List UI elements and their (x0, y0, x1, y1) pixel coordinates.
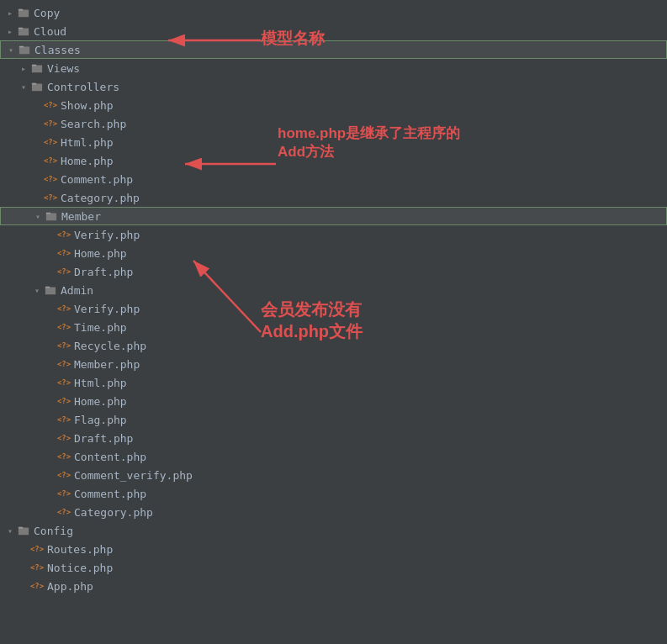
svg-rect-5 (19, 46, 24, 48)
tree-item-config[interactable]: Config (0, 521, 667, 540)
file-tree: Copy Cloud Classes Views Controllers<?>S… (0, 0, 667, 599)
php-file-icon: <?> (57, 505, 71, 519)
item-label: Home.php (74, 395, 127, 408)
tree-item-recycle.php[interactable]: <?>Recycle.php (0, 336, 667, 355)
svg-rect-9 (32, 83, 36, 85)
php-file-icon: <?> (57, 265, 71, 278)
tree-item-show.php[interactable]: <?>Show.php (0, 96, 667, 114)
svg-rect-1 (19, 9, 23, 11)
item-label: Verify.php (74, 229, 140, 241)
tree-item-admin_verify.php[interactable]: <?>Verify.php (0, 299, 667, 318)
tree-item-comment_verify.php[interactable]: <?>Comment_verify.php (0, 466, 667, 484)
tree-item-app.php[interactable]: <?>App.php (0, 577, 667, 595)
expand-arrow[interactable] (3, 6, 17, 19)
expand-arrow[interactable] (4, 43, 18, 56)
php-file-icon: <?> (57, 431, 71, 445)
tree-item-views[interactable]: Views (0, 59, 667, 77)
item-label: Comment_verify.php (74, 469, 193, 482)
item-label: Search.php (61, 118, 126, 130)
php-file-icon: <?> (44, 154, 57, 167)
item-label: Home.php (74, 247, 127, 260)
expand-arrow[interactable] (31, 209, 45, 223)
tree-item-verify.php[interactable]: <?>Verify.php (0, 225, 667, 244)
expand-arrow[interactable] (3, 524, 17, 537)
tree-item-controllers[interactable]: Controllers (0, 77, 667, 96)
php-file-icon: <?> (57, 246, 71, 260)
tree-item-member_admin.php[interactable]: <?>Member.php (0, 355, 667, 373)
tree-item-draft_admin.php[interactable]: <?>Draft.php (0, 429, 667, 447)
php-file-icon: <?> (30, 542, 44, 556)
tree-item-content.php[interactable]: <?>Content.php (0, 447, 667, 466)
tree-item-draft.php[interactable]: <?>Draft.php (0, 262, 667, 281)
svg-rect-15 (19, 527, 23, 529)
php-file-icon: <?> (30, 561, 44, 574)
item-label: Routes.php (47, 543, 113, 556)
expand-arrow[interactable] (3, 24, 17, 38)
tree-item-member[interactable]: Member (0, 207, 667, 225)
item-label: Member.php (74, 358, 140, 371)
item-label: Draft.php (74, 266, 133, 278)
expand-arrow[interactable] (30, 283, 44, 297)
expand-arrow[interactable] (17, 80, 30, 93)
item-label: Html.php (74, 377, 127, 389)
tree-item-notice.php[interactable]: <?>Notice.php (0, 558, 667, 577)
folder-icon (17, 524, 30, 537)
php-file-icon: <?> (44, 117, 57, 130)
item-label: Views (47, 62, 80, 75)
item-label: Classes (34, 44, 81, 56)
tree-item-comment.php[interactable]: <?>Comment.php (0, 170, 667, 188)
tree-item-copy[interactable]: Copy (0, 3, 667, 22)
svg-rect-13 (45, 287, 50, 288)
item-label: Category.php (61, 192, 140, 204)
php-file-icon: <?> (57, 302, 71, 315)
svg-rect-8 (32, 84, 42, 92)
php-file-icon: <?> (44, 135, 57, 149)
tree-item-home.php[interactable]: <?>Home.php (0, 151, 667, 170)
tree-item-flag.php[interactable]: <?>Flag.php (0, 410, 667, 429)
tree-item-time.php[interactable]: <?>Time.php (0, 318, 667, 336)
svg-rect-12 (45, 288, 56, 295)
php-file-icon: <?> (57, 339, 71, 352)
item-label: Home.php (61, 155, 114, 167)
php-file-icon: <?> (44, 191, 57, 204)
php-file-icon: <?> (57, 468, 71, 482)
php-file-icon: <?> (57, 450, 71, 463)
php-file-icon: <?> (44, 172, 57, 186)
php-file-icon: <?> (57, 228, 71, 241)
tree-item-cloud[interactable]: Cloud (0, 22, 667, 40)
php-file-icon: <?> (57, 376, 71, 389)
php-file-icon: <?> (57, 413, 71, 426)
svg-rect-7 (32, 65, 36, 66)
tree-item-home_admin.php[interactable]: <?>Home.php (0, 392, 667, 410)
php-file-icon: <?> (57, 320, 71, 334)
item-label: App.php (47, 580, 93, 593)
folder-icon (30, 80, 44, 93)
item-label: Cloud (34, 25, 66, 38)
tree-item-comment_admin.php[interactable]: <?>Comment.php (0, 484, 667, 503)
svg-rect-0 (19, 10, 29, 18)
tree-item-admin[interactable]: Admin (0, 281, 667, 299)
svg-rect-14 (19, 528, 29, 536)
tree-item-classes[interactable]: Classes (0, 40, 667, 59)
svg-rect-4 (19, 47, 29, 55)
item-label: Member (61, 210, 101, 223)
php-file-icon: <?> (57, 357, 71, 371)
expand-arrow[interactable] (17, 61, 30, 75)
tree-item-member_home.php[interactable]: <?>Home.php (0, 244, 667, 262)
item-label: Comment.php (61, 173, 133, 186)
item-label: Controllers (47, 81, 119, 93)
tree-item-category.php[interactable]: <?>Category.php (0, 188, 667, 207)
tree-item-html.php[interactable]: <?>Html.php (0, 133, 667, 151)
svg-rect-10 (46, 214, 56, 221)
php-file-icon: <?> (57, 394, 71, 408)
tree-item-html_admin.php[interactable]: <?>Html.php (0, 373, 667, 392)
item-label: Flag.php (74, 414, 127, 426)
tree-item-category_admin.php[interactable]: <?>Category.php (0, 503, 667, 521)
tree-item-routes.php[interactable]: <?>Routes.php (0, 540, 667, 558)
item-label: Admin (61, 284, 93, 297)
tree-item-search.php[interactable]: <?>Search.php (0, 114, 667, 133)
folder-icon (30, 61, 44, 75)
item-label: Notice.php (47, 562, 113, 574)
item-label: Time.php (74, 321, 127, 334)
folder-icon (17, 24, 30, 38)
